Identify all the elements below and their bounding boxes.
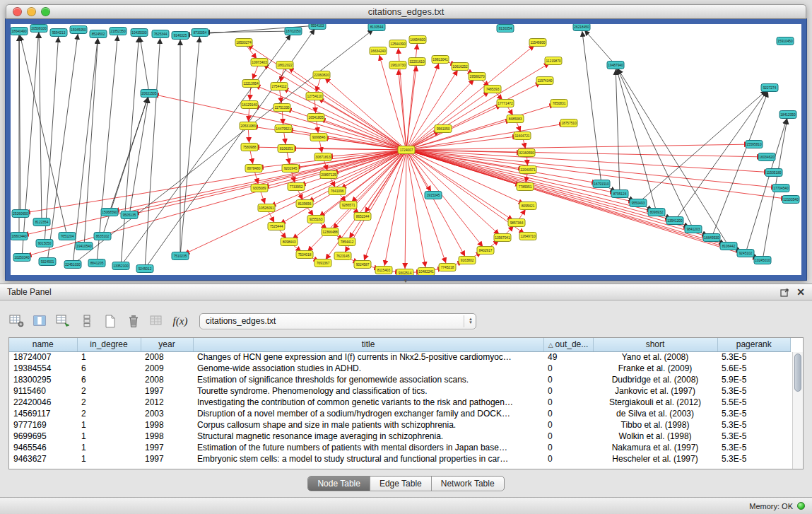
graph-edge[interactable] — [406, 40, 418, 150]
cell-outde[interactable]: 0 — [543, 442, 593, 453]
graph-edge[interactable] — [84, 34, 98, 246]
graph-node[interactable]: 18412050 — [779, 111, 796, 119]
graph-node[interactable]: 18803440 — [11, 233, 28, 240]
graph-node[interactable]: 7651204 — [59, 233, 76, 240]
cell-outde[interactable]: 0 — [543, 431, 593, 442]
table-scrollbar[interactable] — [792, 352, 803, 469]
cell-year[interactable]: 1997 — [141, 385, 193, 397]
cell-outde[interactable]: 0 — [543, 453, 593, 465]
graph-node[interactable]: 9024587 — [354, 261, 371, 269]
graph-node[interactable]: 12754110 — [306, 93, 323, 100]
graph-node[interactable]: 19813041 — [432, 56, 449, 64]
graph-node[interactable]: 9015050 — [36, 240, 53, 247]
graph-node[interactable]: 7625344 — [152, 30, 169, 38]
graph-node[interactable]: 7510235 — [172, 252, 189, 260]
graph-node[interactable]: 19410540 — [76, 243, 93, 250]
graph-edge[interactable] — [405, 150, 406, 273]
graph-node[interactable]: 10435030 — [131, 29, 148, 37]
graph-edge[interactable] — [406, 62, 417, 150]
graph-node[interactable]: 16694600 — [409, 36, 426, 44]
graph-node[interactable]: 32201610 — [408, 58, 425, 66]
graph-node[interactable]: 9302514 — [396, 269, 413, 276]
cell-pagerank[interactable]: 5.6E-5 — [717, 363, 791, 374]
graph-node[interactable]: 25260650 — [12, 210, 29, 218]
graph-edge[interactable] — [406, 150, 791, 199]
graph-edge[interactable] — [251, 83, 406, 150]
graph-node[interactable]: 9245102 — [737, 250, 754, 257]
table-scrollbar-thumb[interactable] — [794, 354, 801, 392]
table-row[interactable]: 946362711997Embryonic stem cells: a mode… — [9, 453, 791, 465]
cell-year[interactable]: 2009 — [141, 363, 193, 374]
graph-node[interactable]: 8652344 — [354, 213, 371, 221]
graph-node[interactable]: 16541805 — [307, 114, 324, 122]
graph-node[interactable]: 9286571 — [340, 201, 357, 209]
graph-edge[interactable] — [406, 123, 569, 150]
graph-node[interactable]: 16634240 — [370, 47, 387, 55]
graph-node[interactable]: 8878480 — [245, 165, 262, 173]
table-row[interactable]: 1456911722003Disruption of a novel membe… — [9, 408, 791, 419]
cell-outde[interactable]: 0 — [543, 397, 593, 408]
cell-indegree[interactable]: 2 — [77, 408, 141, 419]
cell-title[interactable]: Disruption of a novel member of a sodium… — [193, 408, 543, 419]
table-row[interactable]: 911546021997Tourette syndrome. Phenomeno… — [9, 385, 791, 397]
graph-node[interactable]: 8841205 — [88, 259, 105, 267]
cell-indegree[interactable]: 1 — [77, 442, 141, 453]
cell-short[interactable]: Yano et al. (2008) — [593, 351, 717, 363]
column-header-title[interactable]: title — [193, 338, 543, 351]
graph-node[interactable]: 1724007 — [398, 146, 415, 154]
graph-node[interactable]: 9554103 — [309, 24, 326, 30]
graph-node[interactable]: 9594213 — [50, 29, 67, 37]
cell-pagerank[interactable]: 5.3E-5 — [717, 453, 791, 465]
cell-short[interactable]: Hescheler et al. (1997) — [593, 453, 717, 465]
graph-node[interactable]: 15910450 — [777, 37, 794, 45]
cell-pagerank[interactable]: 5.3E-5 — [717, 408, 791, 419]
cell-indegree[interactable]: 1 — [77, 351, 141, 363]
graph-node[interactable]: 10973403 — [251, 59, 268, 66]
cell-short[interactable]: Nakamura et al. (1997) — [593, 442, 717, 453]
graph-node[interactable]: 7850831 — [551, 100, 567, 107]
graph-node[interactable]: 11604721 — [514, 132, 531, 140]
graph-node[interactable]: 11974340 — [536, 77, 553, 85]
graph-edge[interactable] — [45, 33, 59, 243]
graph-node[interactable]: 11505180 — [765, 169, 782, 177]
graph-edge[interactable] — [582, 27, 616, 65]
cell-outde[interactable]: 0 — [543, 408, 593, 419]
graph-node[interactable]: 8402917 — [477, 247, 494, 255]
graph-node[interactable]: 8106442 — [720, 243, 737, 250]
graph-node[interactable]: 19588270 — [469, 73, 486, 81]
cell-short[interactable]: Jankovic et al. (1997) — [593, 385, 717, 397]
cell-outde[interactable]: 0 — [543, 363, 593, 374]
cell-outde[interactable]: 0 — [543, 374, 593, 385]
graph-edge[interactable] — [19, 31, 67, 236]
graph-node[interactable]: 26218450 — [573, 24, 590, 31]
cell-title[interactable]: Embryonic stem cells: a model to study s… — [193, 453, 543, 465]
column-header-short[interactable]: short — [593, 338, 717, 351]
graph-node[interactable]: 7733952 — [288, 183, 305, 191]
cell-pagerank[interactable]: 5.3E-5 — [717, 442, 791, 453]
graph-node[interactable]: 8139656 — [296, 200, 313, 208]
zoom-window-button[interactable] — [41, 7, 50, 16]
graph-node[interactable]: 9561050 — [435, 125, 452, 133]
network-canvas[interactable]: 1724007185002741097340312213954161291402… — [11, 24, 801, 275]
column-header-year[interactable]: year — [141, 338, 193, 351]
graph-edge[interactable] — [200, 31, 293, 33]
cell-indegree[interactable]: 1 — [77, 431, 141, 442]
graph-node[interactable]: 18500274 — [235, 39, 252, 47]
graph-node[interactable]: 17771472 — [497, 100, 514, 107]
graph-edge[interactable] — [406, 103, 559, 150]
graph-node[interactable]: 9550493 — [630, 199, 647, 207]
graph-edge[interactable] — [145, 34, 160, 269]
graph-edge[interactable] — [47, 30, 78, 262]
cell-pagerank[interactable]: 5.3E-5 — [717, 351, 791, 363]
cell-title[interactable]: Corpus callosum shape and size in male p… — [193, 419, 543, 431]
cell-short[interactable]: Dudbridge et al. (2008) — [593, 374, 717, 385]
graph-node[interactable]: 18702050 — [285, 28, 302, 35]
tab-edge-table[interactable]: Edge Table — [370, 477, 431, 491]
column-header-pagerank[interactable]: pagerank — [717, 338, 791, 351]
cell-year[interactable]: 2003 — [141, 408, 193, 419]
graph-node[interactable]: 8130544 — [368, 24, 385, 31]
cell-pagerank[interactable]: 5.9E-5 — [717, 374, 791, 385]
graph-node[interactable]: 11751330 — [273, 104, 290, 112]
table-row[interactable]: 977716911998Corpus callosum shape and si… — [9, 419, 791, 431]
float-panel-icon[interactable] — [780, 288, 789, 297]
